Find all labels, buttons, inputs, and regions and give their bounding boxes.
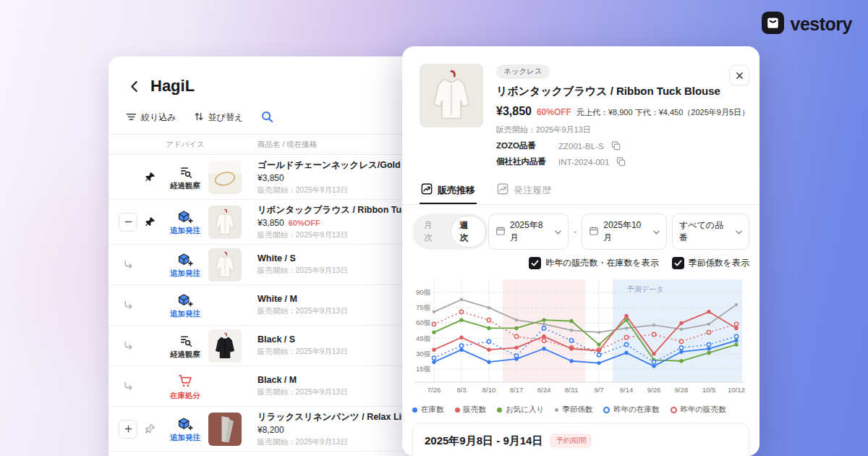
line-chart-icon <box>421 183 433 197</box>
legend-dot-marker <box>555 408 558 412</box>
product-price: ¥3,850 <box>258 173 284 183</box>
advice-clearance: 在庫処分 <box>162 373 208 399</box>
legend-dot-marker <box>455 408 460 413</box>
calendar-icon <box>589 226 599 238</box>
collapse-button[interactable] <box>119 213 137 232</box>
legend-ring-marker <box>671 407 677 413</box>
tab-sales-trend[interactable]: 販売推移 <box>420 177 477 204</box>
column-product: 商品名 / 現在価格 <box>250 140 415 150</box>
checkbox-checked-icon <box>672 257 684 269</box>
legend-label: 昨年の在庫数 <box>613 405 659 415</box>
advice-reorder: 追加発注 <box>162 253 208 277</box>
vestory-bag-icon <box>762 12 784 37</box>
advice-reorder: 追加発注 <box>162 210 208 235</box>
advice-label: 経過観察 <box>170 350 200 358</box>
advice-label: 追加発注 <box>170 434 200 442</box>
legend-item: 季節係数 <box>555 405 592 415</box>
vestory-logo: vestory <box>762 12 852 37</box>
sale-start-date: 販売開始：2025年9月13日 <box>258 437 415 447</box>
svg-text:60個: 60個 <box>416 318 430 326</box>
product-thumbnail <box>420 64 483 127</box>
discount-label: 60%OFF <box>289 219 320 227</box>
product-detail-modal: ネックレス リボンタックブラウス / Ribbon Tuck Blouse ¥3… <box>402 46 760 456</box>
observe-icon <box>179 165 192 180</box>
svg-text:9/26: 9/26 <box>647 386 661 394</box>
logo-text: vestory <box>791 14 852 35</box>
svg-text:予測データ: 予測データ <box>626 285 663 293</box>
sales-chart: 予測データ15個30個45個60個75個90個7/268/38/108/178/… <box>402 269 760 404</box>
range-separator: - <box>574 227 576 237</box>
sale-start-date: 販売開始：2025年9月13日 <box>258 306 415 316</box>
product-image <box>208 206 242 239</box>
product-row[interactable]: 経過観察Black / S販売開始：2025年9月13日 <box>109 325 415 366</box>
search-button[interactable] <box>260 110 273 125</box>
legend-dot-marker <box>412 408 417 413</box>
legend-item: 昨年の販売数 <box>671 405 726 415</box>
checkbox-last-year[interactable]: 昨年の販売数・在庫数を表示 <box>529 257 659 269</box>
legend-label: 販売数 <box>464 405 487 415</box>
svg-text:10/12: 10/12 <box>728 386 745 394</box>
legend-item: 在庫数 <box>412 405 444 415</box>
reorder-icon <box>177 417 193 433</box>
toggle-monthly[interactable]: 月次 <box>414 216 451 248</box>
tab-label: 販売推移 <box>438 184 475 197</box>
advice-reorder: 追加発注 <box>162 293 208 318</box>
toggle-weekly[interactable]: 週次 <box>451 216 487 248</box>
date-from-value: 2025年8月 <box>510 219 550 244</box>
checkbox-season-factor[interactable]: 季節係数を表示 <box>672 257 749 269</box>
copy-icon[interactable] <box>616 157 626 166</box>
product-row[interactable]: 在庫処分Black / M販売開始：2025年9月13日 <box>109 366 415 406</box>
copy-icon[interactable] <box>611 141 621 151</box>
pin-button-outline[interactable] <box>145 423 156 434</box>
advice-reorder: 追加発注 <box>162 417 208 442</box>
product-row[interactable]: 追加発注White / S販売開始：2025年9月13日 <box>109 244 415 284</box>
svg-text:8/31: 8/31 <box>565 386 579 394</box>
sku-filter-value: すべての品番 <box>679 219 731 244</box>
advice-label: 追加発注 <box>170 269 200 277</box>
tab-order-history[interactable]: 発注履歴 <box>495 177 553 204</box>
product-row[interactable]: 追加発注リラックスリネンパンツ / Relax Linen Pants¥8,20… <box>109 406 415 451</box>
product-price: ¥3,850 <box>258 218 284 228</box>
product-row[interactable]: 追加発注White / M販売開始：2025年9月13日 <box>109 284 415 325</box>
period-toggle: 月次 週次 <box>412 214 488 250</box>
child-arrow-icon <box>119 339 137 352</box>
legend-ring-marker <box>603 407 610 413</box>
svg-text:90個: 90個 <box>416 288 430 296</box>
back-button[interactable] <box>126 78 142 94</box>
column-advice: アドバイス <box>162 140 208 150</box>
product-image <box>208 248 242 282</box>
internal-sku-value: INT-2024-001 <box>558 158 609 166</box>
filter-button[interactable]: 絞り込み <box>126 111 176 124</box>
search-icon <box>260 110 273 125</box>
filter-label: 絞り込み <box>141 111 176 124</box>
reorder-icon <box>177 253 193 269</box>
product-row[interactable]: 経過観察ソフトレザースニーカー / Soft Leather Snea¥12,5… <box>109 451 415 456</box>
svg-text:8/10: 8/10 <box>482 386 496 394</box>
product-name: リボンタックブラウス / Ribbon Tuck Blouse <box>258 204 415 216</box>
brand-title: HagiL <box>150 77 195 96</box>
line-chart-icon <box>497 183 509 197</box>
date-to-dropdown[interactable]: 2025年10月 <box>582 214 667 250</box>
product-name: White / S <box>258 253 415 263</box>
observe-icon <box>179 334 192 349</box>
sort-button[interactable]: 並び替え <box>194 111 244 124</box>
legend-label: 在庫数 <box>421 405 444 415</box>
start-date: 販売開始：2025年9月13日 <box>496 124 742 135</box>
date-from-dropdown[interactable]: 2025年8月 <box>488 214 569 250</box>
pin-button-filled[interactable] <box>145 216 156 227</box>
zozo-sku-label: ZOZO品番 <box>496 140 551 151</box>
advice-label: 追加発注 <box>170 310 200 318</box>
product-row[interactable]: 追加発注リボンタックブラウス / Ribbon Tuck Blouse¥3,85… <box>109 199 415 244</box>
svg-text:45個: 45個 <box>416 334 430 342</box>
period-type-badge: 予約期間 <box>550 434 592 448</box>
chart-legend: 在庫数販売数お気に入り季節係数昨年の在庫数昨年の販売数 <box>402 404 760 415</box>
product-row[interactable]: 経過観察ゴールドチェーンネックレス/Gold Chain Nec¥3,850販売… <box>109 155 415 199</box>
expand-button[interactable] <box>119 420 137 439</box>
checkbox-label: 昨年の販売数・在庫数を表示 <box>545 257 659 269</box>
pin-button-filled[interactable] <box>145 172 156 182</box>
close-button[interactable] <box>729 65 749 85</box>
svg-text:9/7: 9/7 <box>594 386 603 394</box>
product-image <box>208 413 242 446</box>
product-image <box>208 329 242 363</box>
sku-filter-dropdown[interactable]: すべての品番 <box>672 214 749 250</box>
